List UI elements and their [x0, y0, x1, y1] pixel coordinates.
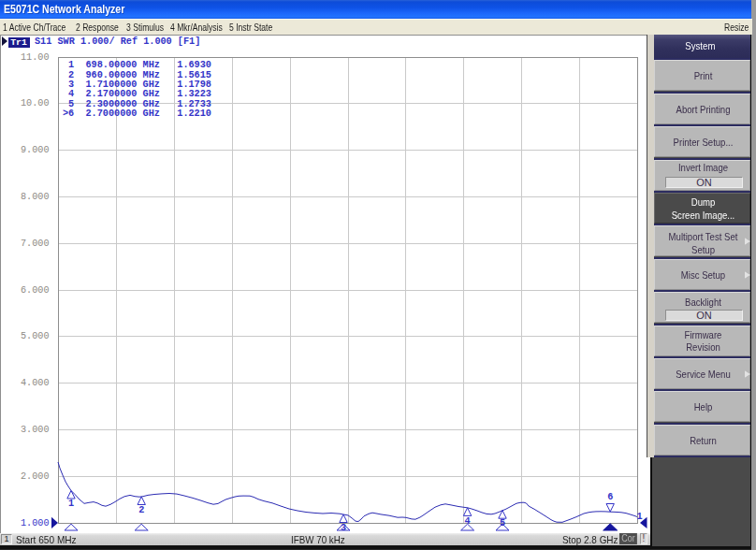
svg-text:2: 2: [138, 505, 144, 515]
svg-text:1: 1: [68, 499, 74, 509]
svg-text:4: 4: [465, 516, 471, 527]
svg-text:1: 1: [636, 512, 642, 522]
svg-text:5: 5: [500, 518, 505, 528]
svg-text:3: 3: [341, 523, 346, 533]
svg-text:6: 6: [607, 492, 613, 502]
